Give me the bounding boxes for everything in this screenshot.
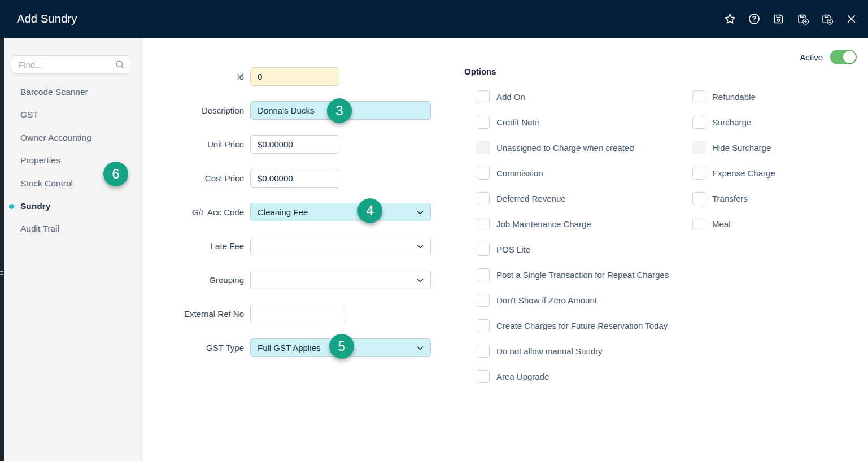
favorite-star-icon[interactable] bbox=[723, 12, 736, 26]
unit-price-label: Unit Price bbox=[142, 135, 244, 154]
checkbox[interactable] bbox=[477, 268, 490, 281]
option-post-a-single-transaction-for-repeat-charges: Post a Single Transaction for Repeat Cha… bbox=[477, 268, 669, 281]
option-create-charges-for-future-reservation-today: Create Charges for Future Reservation To… bbox=[477, 319, 668, 332]
checkbox-label: Transfers bbox=[712, 194, 748, 203]
option-transfers: Transfers bbox=[692, 192, 748, 205]
grouping-label: Grouping bbox=[142, 271, 244, 289]
option-pos-lite: POS Lite bbox=[477, 243, 530, 256]
checkbox-label: Unassigned to Charge when created bbox=[496, 143, 634, 153]
sidebar-nav: Barcode ScannerGSTOwner AccountingProper… bbox=[4, 81, 142, 241]
checkbox[interactable] bbox=[477, 243, 490, 256]
search-icon bbox=[115, 59, 125, 70]
gl-acc-code-label: G/L Acc Code bbox=[142, 203, 244, 221]
save-and-continue-icon[interactable] bbox=[796, 12, 809, 26]
gst-type-selected-value: Full GST Applies bbox=[258, 339, 320, 356]
checkbox[interactable] bbox=[477, 116, 490, 129]
sidebar-item-gst[interactable]: GST bbox=[4, 103, 142, 126]
option-unassigned-to-charge-when-created: Unassigned to Charge when created bbox=[477, 141, 634, 154]
sidebar-item-owner-accounting[interactable]: Owner Accounting bbox=[4, 127, 142, 149]
option-hide-surcharge: Hide Surcharge bbox=[692, 141, 771, 154]
step-badge-owner-accounting: 6 bbox=[103, 162, 128, 186]
id-field[interactable] bbox=[250, 67, 339, 86]
checkbox-label: Don't Show if Zero Amount bbox=[496, 295, 597, 305]
checkbox[interactable] bbox=[692, 167, 705, 180]
checkbox-label: Credit Note bbox=[496, 118, 539, 127]
description-label: Description bbox=[142, 101, 244, 120]
checkbox-label: Do not allow manual Sundry bbox=[496, 346, 603, 356]
left-rail bbox=[0, 38, 4, 461]
external-ref-label: External Ref No bbox=[142, 305, 244, 323]
checkbox[interactable] bbox=[692, 116, 705, 129]
active-toggle[interactable] bbox=[830, 50, 857, 64]
option-credit-note: Credit Note bbox=[477, 116, 539, 129]
add-sundry-window: Add Sundry Barcode ScannerGSTOwner Accou… bbox=[0, 0, 868, 461]
checkbox[interactable] bbox=[477, 167, 490, 180]
checkbox-label: Add On bbox=[496, 92, 525, 102]
sidebar-item-audit-trail[interactable]: Audit Trail bbox=[4, 218, 142, 240]
id-label: Id bbox=[142, 67, 244, 86]
checkbox bbox=[477, 141, 490, 154]
late-fee-label: Late Fee bbox=[142, 237, 244, 255]
checkbox-label: Hide Surcharge bbox=[712, 143, 771, 153]
checkbox[interactable] bbox=[477, 345, 490, 358]
header: Add Sundry bbox=[0, 0, 868, 38]
checkbox bbox=[692, 141, 705, 154]
checkbox-label: Job Maintenance Charge bbox=[496, 219, 591, 229]
checkbox-label: POS Lite bbox=[496, 245, 530, 254]
chevron-down-icon bbox=[416, 208, 425, 217]
step-badge-description: 3 bbox=[327, 98, 352, 123]
checkbox[interactable] bbox=[477, 319, 490, 332]
checkbox-label: Surcharge bbox=[712, 118, 751, 127]
grouping-select[interactable] bbox=[250, 271, 431, 289]
sidebar: Barcode ScannerGSTOwner AccountingProper… bbox=[4, 38, 142, 461]
checkbox[interactable] bbox=[692, 218, 705, 230]
checkbox[interactable] bbox=[477, 294, 490, 307]
close-icon[interactable] bbox=[844, 12, 858, 26]
cost-price-field[interactable] bbox=[250, 169, 339, 188]
checkbox-label: Refundable bbox=[712, 92, 756, 102]
sidebar-item-barcode-scanner[interactable]: Barcode Scanner bbox=[4, 81, 142, 103]
active-toggle-label: Active bbox=[800, 53, 823, 62]
active-toggle-row: Active bbox=[800, 50, 857, 64]
help-icon[interactable] bbox=[747, 12, 761, 26]
gl-acc-code-selected-value: Cleaning Fee bbox=[258, 203, 308, 221]
external-ref-field[interactable] bbox=[250, 305, 346, 323]
sidebar-search bbox=[12, 55, 130, 74]
options-title: Options bbox=[464, 67, 496, 76]
late-fee-select[interactable] bbox=[250, 237, 431, 255]
step-badge-gst-type: 5 bbox=[329, 334, 354, 359]
option-add-on: Add On bbox=[477, 90, 525, 103]
save-icon[interactable] bbox=[771, 12, 785, 26]
gst-type-label: GST Type bbox=[142, 338, 244, 357]
checkbox[interactable] bbox=[692, 90, 705, 103]
checkbox-label: Expense Charge bbox=[712, 168, 775, 178]
checkbox[interactable] bbox=[477, 192, 490, 205]
checkbox-label: Meal bbox=[712, 219, 731, 229]
option-do-not-allow-manual-sundry: Do not allow manual Sundry bbox=[477, 345, 603, 358]
panel-resize-handle-icon[interactable] bbox=[0, 268, 4, 277]
gl-acc-code-select[interactable]: Cleaning Fee bbox=[250, 203, 431, 221]
checkbox-label: Post a Single Transaction for Repeat Cha… bbox=[496, 270, 669, 280]
checkbox-label: Area Upgrade bbox=[496, 372, 549, 381]
checkbox[interactable] bbox=[477, 370, 490, 383]
option-refundable: Refundable bbox=[692, 90, 756, 103]
option-commission: Commission bbox=[477, 167, 543, 180]
option-surcharge: Surcharge bbox=[692, 116, 751, 129]
checkbox[interactable] bbox=[477, 90, 490, 103]
checkbox[interactable] bbox=[477, 218, 490, 230]
checkbox[interactable] bbox=[692, 192, 705, 205]
save-and-close-icon[interactable] bbox=[820, 12, 834, 26]
option-don-t-show-if-zero-amount: Don't Show if Zero Amount bbox=[477, 294, 597, 307]
chevron-down-icon bbox=[416, 242, 425, 251]
option-area-upgrade: Area Upgrade bbox=[477, 370, 549, 383]
toggle-knob bbox=[843, 51, 856, 63]
step-badge-gl-acc-code: 4 bbox=[357, 198, 382, 223]
checkbox-label: Commission bbox=[496, 168, 543, 178]
unit-price-field[interactable] bbox=[250, 135, 339, 154]
search-input[interactable] bbox=[12, 55, 130, 74]
sidebar-item-sundry[interactable]: Sundry bbox=[4, 195, 142, 218]
option-expense-charge: Expense Charge bbox=[692, 167, 775, 180]
option-job-maintenance-charge: Job Maintenance Charge bbox=[477, 218, 591, 230]
chevron-down-icon bbox=[416, 343, 425, 353]
option-deferred-revenue: Deferred Revenue bbox=[477, 192, 566, 205]
